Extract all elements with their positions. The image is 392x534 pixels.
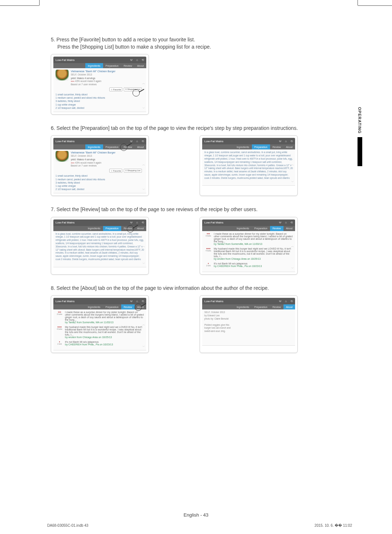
tab-preparation[interactable]: Preparation (103, 226, 121, 231)
scroll-up-icon[interactable]: ︿ (142, 163, 145, 167)
recipe-title: Vietnamese "Banh Mi" Chicken Burger (71, 151, 115, 154)
fork-icon[interactable]: Ψ (130, 58, 132, 62)
tab-about[interactable]: About (135, 63, 146, 68)
step-5: 5. Press the [Favorite] button to add a … (47, 36, 348, 50)
review-text: My husband made this burger last night a… (214, 247, 293, 258)
review-author: by TaniaZ from Somerville, MA on 11/03/1… (214, 243, 293, 245)
tab-preparation[interactable]: Preparation (252, 226, 270, 231)
rating-forks: ♦♦♦ 43% would make it again (71, 80, 115, 83)
step-5-line2: Press the [Shopping List] button to make… (51, 44, 211, 50)
header-title: Low-Fat Mains (56, 140, 74, 143)
step-5-line1: 5. Press the [Favorite] button to add a … (51, 37, 195, 42)
header-title: Low-Fat Mains (56, 300, 74, 303)
home-icon[interactable]: ⌂ (285, 300, 287, 303)
tab-about[interactable]: About (283, 226, 295, 231)
back-icon[interactable]: ⟲ (142, 221, 144, 224)
header-title: Low-Fat Mains (56, 221, 74, 224)
scroll-up-icon[interactable]: ︿ (142, 323, 145, 326)
scroll-up-icon[interactable]: ︿ (142, 244, 145, 248)
tab-preparation[interactable]: Preparation (103, 144, 121, 149)
header-icons: Ψ ⌂ ⟲ (130, 221, 144, 224)
back-icon[interactable]: ⟲ (142, 140, 144, 143)
home-icon[interactable]: ⌂ (136, 58, 138, 62)
home-icon[interactable]: ⌂ (285, 221, 287, 224)
fork-icon[interactable]: Ψ (130, 140, 132, 143)
yield-value: Makes 4 servings (77, 158, 95, 161)
recipe-title: Vietnamese "Banh Mi" Chicken Burger (71, 70, 115, 73)
shopping-list-button[interactable]: ≡ Shopping List (124, 169, 142, 173)
back-icon[interactable]: ⟲ (142, 300, 144, 303)
make-again: 43% would make it again (75, 80, 101, 82)
tab-ingredients[interactable]: Ingredients (234, 226, 252, 231)
scroll-up-icon[interactable]: ︿ (142, 81, 145, 85)
tab-review[interactable]: Review (270, 226, 283, 231)
favorite-button[interactable]: ☆ Favorite (109, 169, 122, 173)
tab-review[interactable]: Review (121, 63, 135, 68)
tab-about[interactable]: About (135, 226, 146, 231)
tab-ingredients[interactable]: Ingredients (85, 226, 103, 231)
tab-about[interactable]: About (283, 144, 295, 149)
fork-icon[interactable]: Ψ (130, 300, 132, 303)
ingredient-item: 2 1/2 teaspoon salt, divided (56, 188, 144, 191)
scroll-down-icon[interactable]: ﹀ (142, 262, 145, 266)
rating-label: 4 forks (204, 250, 212, 252)
favorite-button[interactable]: ☆ Favorite (109, 87, 122, 91)
scroll-down-icon[interactable]: ﹀ (291, 180, 294, 184)
tab-ingredients[interactable]: Ingredients (234, 304, 252, 309)
screenshot-step7-left: Low-Fat Mains Ψ ⌂ ⟲ Ingredients Preparat… (51, 217, 149, 275)
back-icon[interactable]: ⟲ (290, 221, 293, 224)
tab-about[interactable]: About (135, 144, 146, 149)
screenshot-step8-left: Low-Fat Mains Ψ ⌂ ⟲ Ingredients Preparat… (51, 295, 149, 353)
header-title: Low-Fat Mains (204, 221, 223, 224)
home-icon[interactable]: ⌂ (136, 300, 138, 303)
about-photo: photo by: Claire Benoist (204, 317, 293, 321)
back-icon[interactable]: ⟲ (290, 140, 293, 143)
rating-label: 3 forks (204, 235, 212, 237)
scroll-down-icon[interactable]: ﹀ (142, 345, 145, 349)
review-item: ♦♦♦♦4 forks My husband made this burger … (204, 247, 293, 260)
tab-review[interactable]: Review (121, 304, 135, 309)
rating-label: 1 fork (56, 343, 64, 345)
about-desc-2: burger low-cal crunch and (204, 326, 293, 330)
side-tab-label: OPERATING (356, 105, 363, 136)
scroll-up-icon[interactable]: ︿ (291, 163, 294, 167)
tab-about[interactable]: About (283, 304, 295, 309)
fork-icon[interactable]: Ψ (279, 300, 281, 303)
scroll-up-icon[interactable]: ︿ (291, 244, 294, 248)
back-icon[interactable]: ⟲ (290, 300, 293, 303)
page-footer-right: 2015. 10. 6. �� 11:02 (315, 523, 352, 527)
rating-forks: ♦♦♦ 43% would make it again (71, 161, 115, 164)
tab-preparation[interactable]: Preparation (252, 304, 270, 309)
screenshot-tabs: Ingredients Preparation Review About (202, 144, 295, 149)
header-icons: Ψ ⌂ ⟲ (279, 140, 293, 143)
review-text: I made these as a surprise dinner for my… (214, 233, 293, 243)
rating-label: 1 fork (204, 264, 212, 267)
tab-review[interactable]: Review (270, 144, 283, 149)
tab-ingredients[interactable]: Ingredients (234, 144, 252, 149)
page-footer-center: English - 43 (0, 512, 392, 518)
fork-icon[interactable]: Ψ (279, 221, 281, 224)
fork-icon[interactable]: Ψ (130, 221, 132, 224)
screenshot-tabs: Ingredients Preparation Review About (53, 144, 146, 149)
tab-review[interactable]: Review (270, 304, 283, 309)
review-author: by wroten from Chicago Area on 10/25/13 (65, 336, 144, 338)
rating-label: 4 forks (56, 328, 64, 330)
tab-ingredients[interactable]: Ingredients (85, 63, 103, 68)
tab-preparation[interactable]: Preparation (103, 63, 121, 68)
back-icon[interactable]: ⟲ (142, 58, 144, 62)
ingredients-list: 1 small cucumber, thinly sliced 1 medium… (56, 93, 144, 109)
review-author: by TaniaZ from Somerville, MA on 11/03/1… (65, 321, 144, 324)
home-icon[interactable]: ⌂ (136, 221, 138, 224)
tab-preparation[interactable]: Preparation (252, 144, 270, 149)
scroll-down-icon[interactable]: ﹀ (142, 188, 145, 192)
scroll-down-icon[interactable]: ﹀ (291, 266, 294, 270)
screenshot-step8-right: Low-Fat Mains Ψ ⌂ ⟲ Ingredients Preparat… (200, 295, 298, 353)
step-8: 8. Select the [About] tab on the top of … (47, 285, 348, 292)
tab-ingredients[interactable]: Ingredients (85, 304, 103, 309)
home-icon[interactable]: ⌂ (285, 140, 287, 143)
fork-icon[interactable]: Ψ (279, 140, 281, 143)
scroll-down-icon[interactable]: ﹀ (142, 106, 145, 110)
tab-preparation[interactable]: Preparation (103, 304, 121, 309)
home-icon[interactable]: ⌂ (136, 140, 138, 143)
tab-ingredients[interactable]: Ingredients (85, 144, 103, 149)
